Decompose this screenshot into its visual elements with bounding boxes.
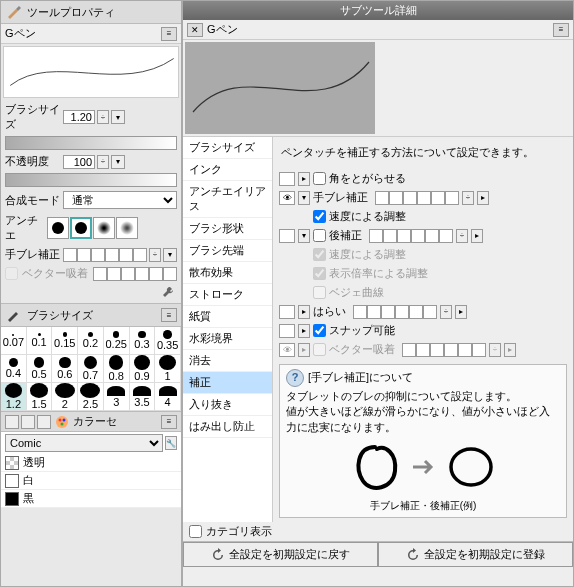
aa-option-2[interactable] — [70, 217, 92, 239]
post-stepper[interactable]: ÷ — [456, 229, 468, 243]
opacity-dynamics[interactable]: ▾ — [111, 155, 125, 169]
brush-size-cell[interactable]: 0.4 — [1, 355, 27, 383]
stabilize-stepper[interactable]: ÷ — [149, 248, 161, 262]
blend-mode-select[interactable]: 通常 — [63, 191, 177, 209]
brush-size-stepper[interactable]: ÷ — [97, 110, 109, 124]
category-show-checkbox[interactable] — [189, 525, 202, 538]
expand-toggle[interactable]: ▸ — [298, 172, 310, 186]
brush-size-cell[interactable]: 1.2 — [1, 383, 27, 411]
cs-tool-2[interactable] — [21, 415, 35, 429]
brush-size-cell[interactable]: 3.5 — [130, 383, 156, 411]
brush-size-cell[interactable]: 0.07 — [1, 327, 27, 355]
brush-size-cell[interactable]: 1.5 — [27, 383, 53, 411]
category-item[interactable]: インク — [183, 159, 272, 181]
stabilize-dynamics[interactable]: ▾ — [163, 248, 177, 262]
speed-adjust-checkbox[interactable] — [313, 210, 326, 223]
gpen-menu-button[interactable]: ≡ — [161, 27, 177, 41]
brush-size-cell[interactable]: 2 — [52, 383, 78, 411]
brush-size-dynamics[interactable]: ▾ — [111, 110, 125, 124]
category-item[interactable]: ブラシサイズ — [183, 137, 272, 159]
opacity-value[interactable]: 100 — [63, 155, 95, 169]
post-more[interactable]: ▸ — [471, 229, 483, 243]
brush-size-cell[interactable]: 1 — [155, 355, 181, 383]
brush-size-cell[interactable]: 3 — [104, 383, 130, 411]
brush-size-cell[interactable]: 0.3 — [130, 327, 156, 355]
brush-size-value[interactable]: 1.20 — [63, 110, 95, 124]
brush-size-cell[interactable]: 0.25 — [104, 327, 130, 355]
cs-tool-1[interactable] — [5, 415, 19, 429]
stabilize-stepper[interactable]: ÷ — [462, 191, 474, 205]
info-caption: 手ブレ補正・後補正(例) — [286, 499, 560, 513]
sweep-value[interactable] — [353, 305, 437, 319]
sharp-corner-checkbox[interactable] — [313, 172, 326, 185]
brush-size-cell[interactable]: 0.5 — [27, 355, 53, 383]
bezier-checkbox — [313, 286, 326, 299]
brush-size-cell[interactable]: 2.5 — [78, 383, 104, 411]
color-set-select[interactable]: Comic — [5, 434, 163, 452]
reset-all-button[interactable]: 全設定を初期設定に戻す — [183, 542, 378, 567]
expand-toggle[interactable]: ▾ — [298, 191, 310, 205]
category-item[interactable]: ブラシ形状 — [183, 218, 272, 240]
category-item[interactable]: 水彩境界 — [183, 328, 272, 350]
category-item[interactable]: 散布効果 — [183, 262, 272, 284]
category-item[interactable]: 補正 — [183, 372, 272, 394]
post-checkbox[interactable] — [313, 229, 326, 242]
subtool-menu-button[interactable]: ≡ — [553, 23, 569, 37]
blend-mode-label: 合成モード — [5, 193, 61, 208]
brush-size-menu-button[interactable]: ≡ — [161, 308, 177, 322]
close-button[interactable]: ✕ — [187, 23, 203, 37]
info-body2: 値が大きいほど線が滑らかになり、値が小さいほど入力に忠実になります。 — [286, 404, 560, 435]
color-row[interactable]: 黒 — [1, 490, 181, 508]
color-row[interactable]: 白 — [1, 472, 181, 490]
aa-option-3[interactable] — [93, 217, 115, 239]
eye-toggle[interactable] — [279, 324, 295, 338]
stabilize-boxes[interactable] — [63, 248, 147, 262]
expand-toggle[interactable]: ▾ — [298, 229, 310, 243]
register-all-button[interactable]: 全設定を初期設定に登録 — [378, 542, 573, 567]
eye-toggle[interactable] — [279, 172, 295, 186]
opacity-stepper[interactable]: ÷ — [97, 155, 109, 169]
brush-size-cell[interactable]: 0.15 — [52, 327, 78, 355]
category-item[interactable]: はみ出し防止 — [183, 416, 272, 438]
category-item[interactable]: ストローク — [183, 284, 272, 306]
opacity-slider[interactable] — [5, 173, 177, 187]
color-set-tool[interactable]: 🔧 — [165, 436, 177, 450]
opt-bezier: ベジェ曲線 — [313, 284, 567, 301]
sweep-stepper[interactable]: ÷ — [440, 305, 452, 319]
post-value[interactable] — [369, 229, 453, 243]
brush-size-cell[interactable]: 0.8 — [104, 355, 130, 383]
category-item[interactable]: 紙質 — [183, 306, 272, 328]
category-item[interactable]: アンチエイリアス — [183, 181, 272, 218]
wrench-icon[interactable] — [161, 285, 175, 299]
expand-toggle[interactable]: ▸ — [298, 343, 310, 357]
eye-toggle[interactable] — [279, 305, 295, 319]
snap-checkbox[interactable] — [313, 324, 326, 337]
brush-size-cell[interactable]: 0.1 — [27, 327, 53, 355]
aa-option-1[interactable] — [47, 217, 69, 239]
aa-option-4[interactable] — [116, 217, 138, 239]
stabilize-value[interactable] — [375, 191, 459, 205]
sweep-more[interactable]: ▸ — [455, 305, 467, 319]
stabilize-more[interactable]: ▸ — [477, 191, 489, 205]
expand-toggle[interactable]: ▸ — [298, 305, 310, 319]
brush-size-cell[interactable]: 0.9 — [130, 355, 156, 383]
brush-size-cell[interactable]: 4 — [155, 383, 181, 411]
subtool-gpen-row: ✕ Gペン ≡ — [183, 20, 573, 40]
brush-size-cell[interactable]: 0.35 — [155, 327, 181, 355]
eye-toggle[interactable] — [279, 229, 295, 243]
cs-tool-3[interactable] — [37, 415, 51, 429]
brush-size-cell[interactable]: 0.6 — [52, 355, 78, 383]
color-row[interactable]: 透明 — [1, 454, 181, 472]
brush-size-cell[interactable]: 0.2 — [78, 327, 104, 355]
category-item[interactable]: 消去 — [183, 350, 272, 372]
brush-size-row: ブラシサイズ 1.20 ÷ ▾ — [1, 100, 181, 134]
blend-mode-row: 合成モード 通常 — [1, 189, 181, 211]
brush-size-slider[interactable] — [5, 136, 177, 150]
eye-toggle[interactable]: 👁 — [279, 191, 295, 205]
brush-size-cell[interactable]: 0.7 — [78, 355, 104, 383]
category-item[interactable]: 入り抜き — [183, 394, 272, 416]
color-set-menu-button[interactable]: ≡ — [161, 415, 177, 429]
expand-toggle[interactable]: ▸ — [298, 324, 310, 338]
category-item[interactable]: ブラシ先端 — [183, 240, 272, 262]
eye-toggle[interactable]: 👁 — [279, 343, 295, 357]
